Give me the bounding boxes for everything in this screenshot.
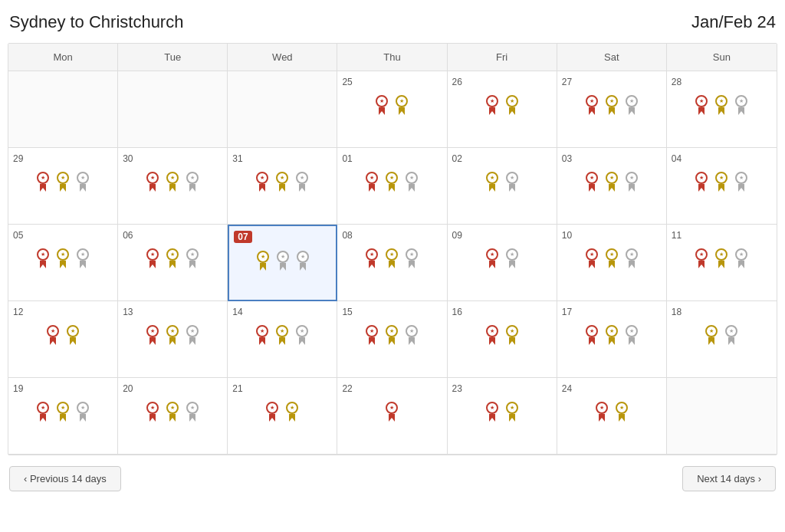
gold-medal-icon bbox=[504, 95, 521, 111]
medal-ribbon bbox=[60, 414, 66, 418]
cal-cell[interactable]: 14 bbox=[228, 301, 337, 378]
cell-date: 17 bbox=[562, 307, 572, 317]
cal-cell[interactable]: 03 bbox=[557, 148, 667, 225]
medal-circle bbox=[186, 248, 199, 261]
cal-cell[interactable]: 29 bbox=[8, 148, 118, 225]
medal-circle bbox=[266, 402, 278, 414]
icons-row bbox=[232, 402, 332, 418]
cal-cell[interactable]: 19 bbox=[8, 378, 118, 455]
cell-date: 11 bbox=[672, 230, 682, 241]
day-header-thu: Thu bbox=[337, 44, 447, 71]
medal-circle bbox=[715, 248, 728, 261]
medal-circle bbox=[386, 402, 398, 414]
gray-medal-icon bbox=[74, 402, 91, 418]
gold-medal-icon bbox=[164, 402, 181, 418]
medal-circle bbox=[695, 172, 708, 184]
cal-cell[interactable]: 16 bbox=[448, 301, 557, 378]
medal-ribbon bbox=[509, 184, 515, 188]
gray-medal-icon bbox=[403, 172, 420, 188]
icons-row bbox=[13, 402, 113, 418]
cal-cell[interactable]: 07 bbox=[228, 225, 337, 301]
page-header: Sydney to Christchurch Jan/Feb 24 bbox=[8, 12, 777, 32]
medal-ribbon bbox=[60, 261, 66, 264]
medal-ribbon bbox=[718, 261, 724, 264]
medal-circle bbox=[386, 172, 398, 184]
medal-circle bbox=[166, 248, 179, 261]
cal-cell[interactable]: 02 bbox=[448, 148, 557, 225]
red-medal-icon bbox=[583, 95, 600, 111]
prev-button[interactable]: ‹ Previous 14 days bbox=[9, 466, 121, 491]
cal-cell[interactable]: 04 bbox=[667, 148, 777, 225]
medal-ribbon bbox=[279, 184, 285, 188]
cal-cell[interactable]: 01 bbox=[337, 148, 447, 225]
red-medal-icon bbox=[363, 325, 380, 341]
calendar: MonTueWedThuFriSatSun 25 26 27 bbox=[8, 43, 777, 455]
medal-circle bbox=[166, 172, 179, 184]
medal-ribbon bbox=[509, 414, 515, 418]
medal-ribbon bbox=[149, 261, 156, 264]
red-medal-icon bbox=[693, 248, 710, 264]
cal-cell[interactable]: 28 bbox=[667, 71, 777, 148]
cal-cell[interactable]: 20 bbox=[118, 378, 228, 455]
medal-circle bbox=[296, 325, 308, 337]
cal-cell[interactable]: 24 bbox=[557, 378, 667, 455]
cal-cell[interactable]: 18 bbox=[667, 301, 777, 378]
medal-circle bbox=[735, 172, 747, 184]
cal-cell[interactable]: 13 bbox=[118, 301, 228, 378]
medal-circle bbox=[386, 248, 398, 261]
icons-row bbox=[672, 95, 772, 111]
medal-ribbon bbox=[379, 107, 385, 111]
medal-circle bbox=[297, 251, 309, 263]
red-medal-icon bbox=[383, 402, 400, 418]
medal-ribbon bbox=[389, 184, 395, 188]
cal-cell[interactable]: 17 bbox=[557, 301, 667, 378]
cell-date: 02 bbox=[452, 153, 462, 164]
medal-circle bbox=[735, 248, 747, 261]
medal-circle bbox=[486, 172, 498, 184]
medal-circle bbox=[695, 248, 708, 261]
cal-cell[interactable]: 27 bbox=[557, 71, 667, 148]
medal-circle bbox=[586, 172, 598, 184]
cal-cell[interactable]: 30 bbox=[118, 148, 228, 225]
red-medal-icon bbox=[254, 325, 271, 341]
medal-ribbon bbox=[50, 337, 56, 341]
gold-medal-icon bbox=[284, 402, 301, 418]
cal-cell[interactable]: 09 bbox=[448, 225, 557, 301]
medal-circle bbox=[366, 325, 378, 337]
cal-cell[interactable]: 11 bbox=[667, 225, 777, 301]
gray-medal-icon bbox=[504, 172, 521, 188]
cal-cell[interactable]: 23 bbox=[448, 378, 557, 455]
medal-ribbon bbox=[280, 263, 286, 267]
cell-date: 15 bbox=[342, 307, 352, 317]
medal-circle bbox=[486, 402, 498, 414]
cell-date: 13 bbox=[123, 307, 133, 317]
next-button[interactable]: Next 14 days › bbox=[682, 466, 776, 491]
cal-cell[interactable]: 31 bbox=[228, 148, 337, 225]
cal-cell[interactable]: 12 bbox=[8, 301, 118, 378]
medal-circle bbox=[146, 325, 159, 337]
cal-cell[interactable]: 05 bbox=[8, 225, 118, 301]
icons-row bbox=[452, 248, 552, 264]
medal-ribbon bbox=[389, 261, 395, 264]
cal-cell[interactable]: 08 bbox=[337, 225, 447, 301]
cal-cell[interactable]: 21 bbox=[228, 378, 337, 455]
cal-cell[interactable]: 25 bbox=[337, 71, 447, 148]
medal-ribbon bbox=[189, 414, 195, 418]
medal-ribbon bbox=[629, 337, 635, 341]
red-medal-icon bbox=[264, 402, 281, 418]
medal-circle bbox=[57, 402, 69, 414]
cell-date: 07 bbox=[234, 231, 251, 243]
icons-row bbox=[562, 402, 662, 418]
cal-cell[interactable]: 26 bbox=[448, 71, 557, 148]
medal-circle bbox=[146, 248, 159, 261]
cal-cell[interactable]: 15 bbox=[337, 301, 447, 378]
medal-ribbon bbox=[299, 337, 305, 341]
icons-row bbox=[123, 248, 222, 264]
medal-ribbon bbox=[369, 184, 375, 188]
cal-cell[interactable]: 22 bbox=[337, 378, 447, 455]
cal-cell[interactable]: 06 bbox=[118, 225, 228, 301]
cal-cell[interactable]: 10 bbox=[557, 225, 667, 301]
icons-row bbox=[123, 172, 222, 188]
gold-medal-icon bbox=[164, 248, 181, 264]
gold-medal-icon bbox=[504, 325, 521, 341]
